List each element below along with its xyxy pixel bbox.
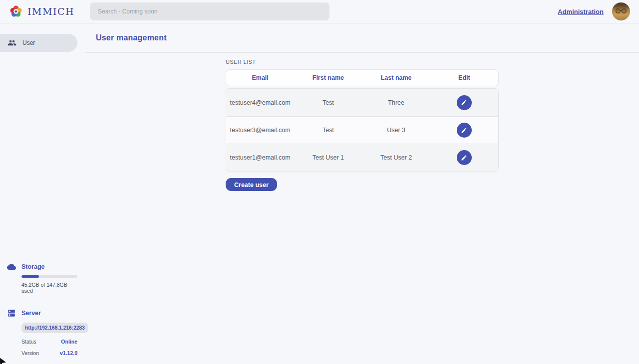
pencil-icon	[461, 155, 467, 161]
server-status-row: Status Online	[21, 339, 77, 345]
glasses-decoration	[614, 8, 628, 14]
nav-right: Administration	[558, 2, 630, 20]
sidebar: User Storage 45.2GB of 147.8GB used	[0, 23, 85, 364]
page-title: User management	[96, 33, 167, 42]
table-row: testuser1@email.com Test User 1 Test Use…	[226, 144, 498, 171]
immich-flower-icon	[9, 4, 23, 18]
cell-last-name: User 3	[362, 127, 430, 134]
logo-wordmark: IMMICH	[27, 6, 74, 17]
cell-email: testuser1@email.com	[226, 154, 294, 161]
user-avatar[interactable]	[612, 2, 630, 20]
pencil-icon	[461, 99, 467, 106]
edit-user-button[interactable]	[457, 150, 472, 165]
col-header-edit: Edit	[430, 74, 498, 81]
cell-first-name: Test	[294, 99, 362, 106]
server-url-badge: http://192.168.1.216:2283	[21, 323, 88, 333]
edit-user-button[interactable]	[457, 95, 472, 110]
server-icon	[7, 309, 16, 318]
edit-user-button[interactable]	[457, 123, 472, 138]
cell-first-name: Test User 1	[294, 154, 362, 161]
administration-link[interactable]: Administration	[558, 8, 604, 15]
cell-email: testuser4@email.com	[226, 99, 294, 106]
server-version-row: Version v1.12.0	[21, 350, 77, 356]
pencil-icon	[461, 127, 467, 134]
cell-last-name: Test User 2	[362, 154, 430, 161]
storage-progress-fill	[21, 275, 39, 278]
storage-progress-bar	[21, 275, 77, 278]
status-value: Online	[61, 339, 77, 345]
section-label: USER LIST	[226, 59, 499, 65]
user-table: testuser4@email.com Test Three testuser3…	[226, 88, 499, 172]
create-user-button[interactable]: Create user	[226, 178, 277, 191]
sidebar-footer: Storage 45.2GB of 147.8GB used Server	[0, 262, 85, 359]
status-label: Status	[21, 339, 36, 345]
col-header-last-name: Last name	[362, 74, 430, 81]
immich-logo[interactable]: IMMICH	[9, 4, 74, 18]
storage-title: Storage	[21, 263, 45, 270]
sidebar-divider	[7, 301, 77, 301]
server-section: Server http://192.168.1.216:2283 Status …	[7, 309, 77, 356]
cell-first-name: Test	[294, 127, 362, 134]
user-list-content: USER LIST Email First name Last name Edi…	[226, 53, 499, 191]
table-header: Email First name Last name Edit	[226, 69, 499, 86]
sidebar-item-user[interactable]: User	[0, 34, 77, 52]
users-icon	[7, 38, 16, 47]
title-bar: User management	[85, 23, 639, 53]
version-label: Version	[21, 350, 39, 356]
version-value: v1.12.0	[60, 350, 77, 356]
cell-email: testuser3@email.com	[226, 127, 294, 134]
top-nav: IMMICH Administration	[0, 0, 639, 23]
storage-section: Storage 45.2GB of 147.8GB used	[7, 262, 77, 294]
cell-last-name: Three	[362, 99, 430, 106]
storage-usage-text: 45.2GB of 147.8GB used	[21, 282, 77, 294]
col-header-first-name: First name	[294, 74, 362, 81]
col-header-email: Email	[226, 74, 294, 81]
search-input[interactable]	[90, 2, 329, 20]
table-row: testuser4@email.com Test Three	[226, 89, 498, 116]
sidebar-item-label: User	[22, 39, 35, 46]
server-title: Server	[21, 310, 41, 317]
table-row: testuser3@email.com Test User 3	[226, 116, 498, 144]
main-panel: User management USER LIST Email First na…	[85, 23, 639, 364]
cloud-icon	[7, 262, 16, 271]
